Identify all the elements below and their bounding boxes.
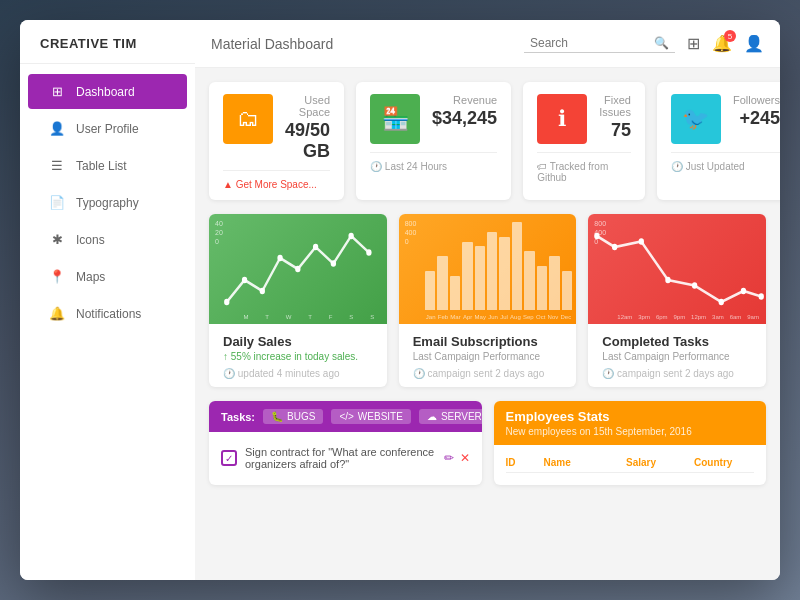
tasks-tag-bugs[interactable]: 🐛 BUGS bbox=[263, 409, 323, 424]
sidebar-item-typography[interactable]: 📄Typography bbox=[28, 185, 187, 220]
x-label: S bbox=[349, 314, 353, 320]
sidebar-item-table-list[interactable]: ☰Table List bbox=[28, 148, 187, 183]
tasks-tag-website[interactable]: </> WEBSITE bbox=[331, 409, 410, 424]
y-label: 0 bbox=[405, 238, 417, 245]
stat-cards-row: 🗂 Used Space 49/50 GB ▲ Get More Space..… bbox=[209, 82, 766, 200]
stat-icon-revenue: 🏪 bbox=[370, 94, 420, 144]
x-label: 9pm bbox=[673, 314, 685, 320]
sidebar: CREATIVE TIM ⊞Dashboard👤User Profile☰Tab… bbox=[20, 20, 195, 580]
x-label: Jul bbox=[500, 314, 508, 320]
stat-card-used-space: 🗂 Used Space 49/50 GB ▲ Get More Space..… bbox=[209, 82, 344, 200]
employees-header: Employees Stats New employees on 15th Se… bbox=[494, 401, 767, 445]
sidebar-item-icons[interactable]: ✱Icons bbox=[28, 222, 187, 257]
bar bbox=[499, 237, 509, 310]
x-label: 3am bbox=[712, 314, 724, 320]
stat-icon-followers: 🐦 bbox=[671, 94, 721, 144]
sidebar-brand: CREATIVE TIM bbox=[20, 20, 195, 64]
tasks-body: ✓ Sign contract for "What are conference… bbox=[209, 432, 482, 484]
notifications-icon: 🔔 bbox=[48, 306, 66, 321]
line-dot bbox=[692, 282, 697, 289]
line-dot bbox=[224, 299, 229, 306]
task-checkbox[interactable]: ✓ bbox=[221, 450, 237, 466]
x-label: 3pm bbox=[638, 314, 650, 320]
chart-card-daily-sales: 40200 MTWTFSS Daily Sales ↑ 55% increase… bbox=[209, 214, 387, 387]
tasks-header-label: Tasks: bbox=[221, 411, 255, 423]
sidebar-item-maps[interactable]: 📍Maps bbox=[28, 259, 187, 294]
x-label: Mar bbox=[450, 314, 460, 320]
chart-subtitle-email-subscriptions: Last Campaign Performance bbox=[413, 351, 563, 362]
sidebar-label-maps: Maps bbox=[76, 270, 105, 284]
website-icon: </> bbox=[339, 411, 353, 422]
line-dot bbox=[295, 266, 300, 273]
line-dot bbox=[348, 233, 353, 240]
chart-cards-row: 40200 MTWTFSS Daily Sales ↑ 55% increase… bbox=[209, 214, 766, 387]
maps-icon: 📍 bbox=[48, 269, 66, 284]
col-name: Name bbox=[544, 457, 619, 468]
employees-table-header: ID Name Salary Country bbox=[506, 453, 755, 473]
x-label: Dec bbox=[561, 314, 572, 320]
sidebar-item-user-profile[interactable]: 👤User Profile bbox=[28, 111, 187, 146]
employees-body: ID Name Salary Country bbox=[494, 445, 767, 485]
tasks-card: Tasks: 🐛 BUGS </> WEBSITE ☁ SERVER bbox=[209, 401, 482, 485]
sidebar-item-dashboard[interactable]: ⊞Dashboard bbox=[28, 74, 187, 109]
stat-label-revenue: Revenue bbox=[432, 94, 497, 106]
notification-icon[interactable]: 🔔 5 bbox=[712, 34, 732, 53]
profile-icon[interactable]: 👤 bbox=[744, 34, 764, 53]
stat-value-followers: +245 bbox=[733, 108, 780, 129]
stat-label-fixed-issues: Fixed Issues bbox=[599, 94, 631, 118]
x-label: Jan bbox=[426, 314, 436, 320]
bar bbox=[450, 276, 460, 310]
bar bbox=[487, 232, 497, 310]
stat-label-followers: Followers bbox=[733, 94, 780, 106]
chart-card-email-subscriptions: 8004000 JanFebMarAprMayJunJulAugSepOctNo… bbox=[399, 214, 577, 387]
line-path bbox=[597, 236, 761, 302]
employees-title: Employees Stats bbox=[506, 409, 755, 424]
server-icon: ☁ bbox=[427, 411, 437, 422]
sidebar-label-dashboard: Dashboard bbox=[76, 85, 135, 99]
stat-footer-fixed-issues: 🏷 Tracked from Github bbox=[537, 152, 631, 183]
user-profile-icon: 👤 bbox=[48, 121, 66, 136]
x-label: 9am bbox=[747, 314, 759, 320]
x-label: Feb bbox=[438, 314, 448, 320]
employees-card: Employees Stats New employees on 15th Se… bbox=[494, 401, 767, 485]
stat-card-followers: 🐦 Followers +245 🕐 Just Updated bbox=[657, 82, 780, 200]
icons-icon: ✱ bbox=[48, 232, 66, 247]
search-input[interactable] bbox=[530, 36, 650, 50]
line-dot bbox=[366, 249, 371, 256]
x-label: 12am bbox=[617, 314, 632, 320]
task-actions: ✏ ✕ bbox=[444, 451, 470, 465]
stat-info-used-space: Used Space 49/50 GB bbox=[285, 94, 330, 162]
stat-info-followers: Followers +245 bbox=[733, 94, 780, 129]
bugs-icon: 🐛 bbox=[271, 411, 283, 422]
sidebar-label-icons: Icons bbox=[76, 233, 105, 247]
task-edit-icon[interactable]: ✏ bbox=[444, 451, 454, 465]
stat-card-revenue: 🏪 Revenue $34,245 🕐 Last 24 Hours bbox=[356, 82, 511, 200]
line-dot bbox=[666, 277, 671, 284]
line-dot bbox=[595, 233, 600, 240]
chart-time-email-subscriptions: 🕐 campaign sent 2 days ago bbox=[413, 368, 563, 379]
notification-badge: 5 bbox=[724, 30, 736, 42]
col-salary: Salary bbox=[626, 457, 686, 468]
dashboard-container: CREATIVE TIM ⊞Dashboard👤User Profile☰Tab… bbox=[20, 20, 780, 580]
sidebar-label-notifications: Notifications bbox=[76, 307, 141, 321]
x-label: 6am bbox=[730, 314, 742, 320]
topbar: Material Dashboard 🔍 ⊞ 🔔 5 👤 bbox=[195, 20, 780, 68]
x-label: May bbox=[475, 314, 486, 320]
line-dot bbox=[277, 255, 282, 262]
bar bbox=[475, 246, 485, 310]
line-chart-svg bbox=[209, 214, 387, 324]
x-label: F bbox=[329, 314, 333, 320]
stat-footer-revenue: 🕐 Last 24 Hours bbox=[370, 152, 497, 172]
grid-icon[interactable]: ⊞ bbox=[687, 34, 700, 53]
search-box[interactable]: 🔍 bbox=[524, 34, 675, 53]
stat-footer-info: 🕐 Last 24 Hours bbox=[370, 161, 447, 172]
stat-value-revenue: $34,245 bbox=[432, 108, 497, 129]
line-dot bbox=[331, 260, 336, 267]
line-dot bbox=[759, 293, 764, 300]
sidebar-item-notifications[interactable]: 🔔Notifications bbox=[28, 296, 187, 331]
task-delete-icon[interactable]: ✕ bbox=[460, 451, 470, 465]
x-label: 12pm bbox=[691, 314, 706, 320]
sidebar-label-typography: Typography bbox=[76, 196, 139, 210]
tasks-tag-server[interactable]: ☁ SERVER bbox=[419, 409, 482, 424]
chart-subtitle-daily-sales: ↑ 55% increase in today sales. bbox=[223, 351, 373, 362]
